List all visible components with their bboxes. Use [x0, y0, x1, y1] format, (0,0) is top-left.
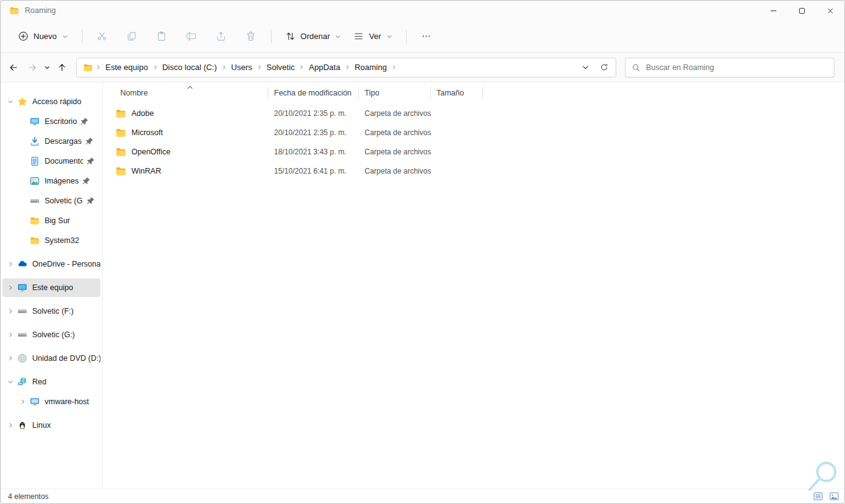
explorer-window: Roaming Nuevo Ordenar Ver [0, 0, 845, 504]
sidebar-item-acceso-r-pido[interactable]: Acceso rápido [2, 92, 100, 111]
chevron-right-icon[interactable] [6, 330, 15, 339]
close-button[interactable] [816, 1, 844, 20]
file-name-cell: WinRAR [112, 166, 268, 177]
column-header-tipo[interactable]: Tipo [359, 82, 431, 104]
breadcrumb-chevron-icon[interactable] [153, 64, 158, 70]
file-name: Adobe [131, 109, 154, 118]
file-type: Carpeta de archivos [359, 109, 431, 118]
file-row-winrar[interactable]: WinRAR15/10/2021 6:41 p. m.Carpeta de ar… [112, 161, 844, 180]
sidebar-item-solvetic-g[interactable]: Solvetic (G:) [2, 192, 100, 210]
folder-icon [30, 216, 40, 226]
cut-button[interactable] [90, 26, 115, 47]
column-header-label: Tipo [365, 89, 379, 97]
computer-icon [17, 283, 27, 293]
file-row-adobe[interactable]: Adobe20/10/2021 2:35 p. m.Carpeta de arc… [112, 104, 844, 123]
sort-button[interactable]: Ordenar [279, 26, 348, 47]
file-type: Carpeta de archivos [359, 148, 431, 156]
sidebar-item-onedrive-personal[interactable]: OneDrive - Personal [2, 255, 100, 273]
forward-button[interactable] [23, 59, 42, 76]
search-box [625, 58, 834, 77]
chevron-right-icon[interactable] [6, 421, 15, 430]
view-button[interactable]: Ver [347, 26, 399, 47]
chevron-spacer [19, 216, 27, 225]
sidebar-item-label: Escritorio [45, 117, 77, 126]
new-button[interactable]: Nuevo [12, 26, 74, 47]
chevron-down-icon[interactable] [6, 378, 15, 386]
sidebar-item-red[interactable]: Red [2, 373, 100, 391]
minimize-button[interactable] [759, 1, 787, 20]
network-icon [17, 377, 27, 387]
thumbnails-view-button[interactable] [827, 490, 841, 503]
column-header-label: Fecha de modificación [274, 89, 352, 97]
file-name-cell: OpenOffice [112, 146, 268, 157]
sidebar-item-im-genes[interactable]: Imágenes [2, 172, 100, 190]
sidebar-item-big-sur[interactable]: Big Sur [2, 211, 100, 230]
address-bar: Este equipoDisco local (C:)UsersSolvetic… [1, 53, 844, 82]
breadcrumb-chevron-icon[interactable] [221, 64, 227, 70]
share-button[interactable] [209, 26, 234, 47]
ellipsis-icon [421, 31, 431, 42]
refresh-button[interactable] [595, 60, 613, 76]
file-modified: 20/10/2021 2:35 p. m. [268, 128, 359, 137]
sidebar-item-label: System32 [45, 236, 79, 245]
more-options-button[interactable] [414, 26, 439, 47]
paste-button[interactable] [149, 26, 174, 47]
breadcrumb-item-roaming[interactable]: Roaming [350, 60, 391, 74]
address-dropdown-button[interactable] [576, 60, 595, 76]
search-input[interactable] [646, 63, 828, 72]
column-header-fecha-de-modificaci-n[interactable]: Fecha de modificación [268, 82, 359, 104]
breadcrumb-item-solvetic[interactable]: Solvetic [262, 60, 299, 74]
details-view-button[interactable] [811, 490, 825, 503]
file-name-cell: Microsoft [112, 127, 268, 138]
sidebar-item-linux[interactable]: Linux [2, 416, 100, 435]
maximize-button[interactable] [787, 1, 816, 20]
rename-button[interactable] [179, 26, 204, 47]
breadcrumb-chevron-icon[interactable] [95, 64, 101, 70]
sidebar-item-escritorio[interactable]: Escritorio [2, 112, 100, 131]
sidebar-item-solvetic-f[interactable]: Solvetic (F:) [2, 302, 100, 321]
up-button[interactable] [53, 59, 71, 76]
toolbar-separator [406, 30, 407, 43]
sidebar-item-unidad-de-dvd-d[interactable]: Unidad de DVD (D:) [2, 349, 100, 368]
toolbar-separator [271, 30, 272, 43]
sidebar-item-label: Solvetic (F:) [32, 307, 74, 316]
recent-locations-button[interactable] [42, 59, 53, 76]
clipboard-icon [156, 31, 167, 42]
share-icon [216, 31, 226, 42]
chevron-right-icon[interactable] [6, 260, 15, 268]
copy-button[interactable] [120, 26, 144, 47]
column-header-tama-o[interactable]: Tamaño [431, 82, 483, 104]
back-button[interactable] [4, 59, 23, 76]
sidebar-item-documentos[interactable]: Documentos [2, 152, 100, 170]
chevron-right-icon[interactable] [6, 307, 15, 316]
sidebar-item-system32[interactable]: System32 [2, 231, 100, 250]
file-row-microsoft[interactable]: Microsoft20/10/2021 2:35 p. m.Carpeta de… [112, 123, 844, 142]
chevron-right-icon[interactable] [6, 354, 15, 363]
breadcrumb-chevron-icon[interactable] [299, 64, 304, 70]
sidebar-item-descargas[interactable]: Descargas [2, 132, 100, 151]
breadcrumb-item-users[interactable]: Users [227, 60, 257, 74]
breadcrumb-chevron-icon[interactable] [257, 64, 262, 70]
sidebar-item-label: Imágenes [45, 177, 79, 185]
chevron-right-icon[interactable] [19, 397, 27, 406]
breadcrumb-item-este-equipo[interactable]: Este equipo [101, 60, 153, 74]
sidebar-item-vmware-host[interactable]: vmware-host [2, 392, 100, 411]
sidebar-item-solvetic-g[interactable]: Solvetic (G:) [2, 325, 100, 344]
sidebar-item-este-equipo[interactable]: Este equipo [2, 278, 100, 297]
scissors-icon [97, 31, 107, 42]
delete-button[interactable] [239, 26, 263, 47]
breadcrumb-item-disco-local-c[interactable]: Disco local (C:) [158, 60, 221, 74]
sidebar-item-label: Descargas [45, 137, 82, 146]
breadcrumb-item-appdata[interactable]: AppData [304, 60, 345, 74]
column-header-nombre[interactable]: Nombre [112, 82, 268, 104]
chevron-right-icon[interactable] [6, 283, 15, 292]
window-controls [759, 1, 844, 20]
onedrive-icon [17, 259, 27, 269]
pin-icon [79, 117, 89, 126]
breadcrumb-chevron-icon[interactable] [345, 64, 350, 70]
breadcrumb-chevron-icon[interactable] [391, 64, 397, 70]
chevron-spacer [19, 197, 27, 205]
file-row-openoffice[interactable]: OpenOffice18/10/2021 3:43 p. m.Carpeta d… [112, 142, 844, 161]
file-name: Microsoft [131, 128, 163, 137]
chevron-down-icon[interactable] [6, 97, 15, 106]
